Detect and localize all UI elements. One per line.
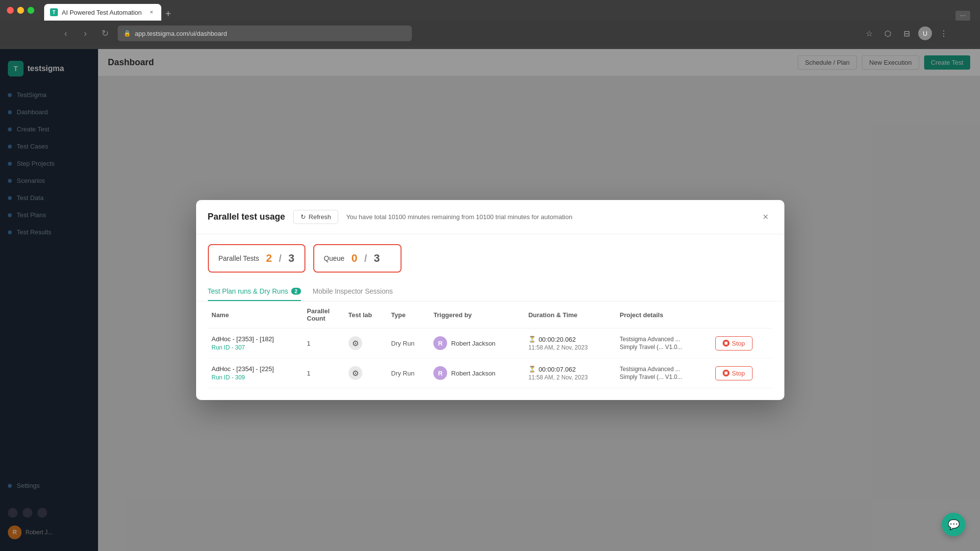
forward-button[interactable]: ›: [78, 26, 92, 40]
modal-close-button[interactable]: ×: [759, 210, 773, 224]
tab-close-button[interactable]: ×: [148, 8, 155, 16]
window-controls: ⋯: [955, 11, 970, 21]
minimize-traffic-light[interactable]: [17, 7, 24, 14]
duration-time-1: 11:58 AM, 2 Nov, 2023: [528, 344, 612, 351]
tab-favicon: T: [50, 8, 58, 16]
col-test-lab: Test lab: [345, 301, 387, 328]
tab-label: Test Plan runs & Dry Runs: [208, 287, 288, 295]
refresh-label: Refresh: [309, 213, 331, 221]
type-badge-1: Dry Run: [391, 340, 415, 347]
stop-button-1[interactable]: Stop: [715, 336, 753, 351]
col-type: Type: [387, 301, 430, 328]
run-name-1: AdHoc - [2353] - [182]: [212, 335, 300, 343]
back-button[interactable]: ‹: [59, 26, 73, 40]
split-view-button[interactable]: ⊟: [900, 26, 913, 40]
stop-label-1: Stop: [732, 340, 745, 347]
new-tab-button[interactable]: +: [161, 7, 175, 21]
more-options-button[interactable]: ⋮: [937, 26, 951, 40]
hourglass-icon-2: ⏳: [528, 366, 536, 373]
col-parallel-count: ParallelCount: [303, 301, 345, 328]
stop-icon-1: [723, 340, 729, 347]
parallel-tests-separator: /: [279, 253, 282, 264]
testlab-gear-icon-1: ⚙: [349, 336, 362, 350]
cell-type-1: Dry Run: [387, 328, 430, 358]
user-avatar-2: R: [433, 366, 447, 380]
reload-button[interactable]: ↻: [98, 26, 112, 40]
profile-button[interactable]: U: [918, 26, 932, 40]
parallel-tests-label: Parallel Tests: [219, 254, 259, 262]
tab-badge: 2: [291, 288, 301, 295]
cell-triggered-1: R Robert Jackson: [429, 328, 524, 358]
stat-cards: Parallel Tests 2 / 3 Queue 0 / 3: [196, 234, 784, 282]
run-id-1: Run ID - 307: [212, 344, 300, 351]
tab-label: Mobile Inspector Sessions: [313, 287, 393, 295]
queue-total: 3: [374, 252, 379, 265]
testlab-gear-icon-2: ⚙: [349, 366, 362, 380]
tab-title: AI Powered Test Automation: [62, 9, 142, 16]
queue-label: Queue: [324, 254, 345, 262]
cell-testlab-1: ⚙: [345, 328, 387, 358]
cell-testlab-2: ⚙: [345, 358, 387, 388]
queue-card: Queue 0 / 3: [313, 244, 402, 273]
user-name-1: Robert Jackson: [451, 340, 495, 347]
queue-current: 0: [352, 252, 357, 265]
duration-value-1: 00:00:20.062: [539, 336, 576, 343]
duration-time-2: 11:58 AM, 2 Nov, 2023: [528, 374, 612, 381]
stop-label-2: Stop: [732, 370, 745, 377]
cell-stop-1: Stop: [711, 328, 773, 358]
cell-triggered-2: R Robert Jackson: [429, 358, 524, 388]
cell-duration-1: ⏳ 00:00:20.062 11:58 AM, 2 Nov, 2023: [525, 328, 616, 358]
modal-title: Parallel test usage: [208, 212, 285, 222]
runs-table: Name ParallelCount Test lab Type Trigger…: [208, 301, 773, 388]
modal-tabs: Test Plan runs & Dry Runs 2 Mobile Inspe…: [196, 282, 784, 301]
project-line2-2: Simply Travel (... V1.0...: [620, 374, 707, 380]
refresh-button[interactable]: ↻ Refresh: [293, 210, 339, 224]
cell-project-1: Testsigma Advanced ... Simply Travel (..…: [616, 328, 711, 358]
modal-header: Parallel test usage ↻ Refresh You have t…: [196, 200, 784, 234]
extensions-button[interactable]: ⬡: [881, 26, 895, 40]
modal-overlay: Parallel test usage ↻ Refresh You have t…: [0, 49, 980, 551]
modal-table-wrapper: Name ParallelCount Test lab Type Trigger…: [196, 301, 784, 400]
address-bar[interactable]: 🔒 app.testsigma.com/ui/dashboard: [118, 25, 412, 41]
col-name: Name: [208, 301, 303, 328]
refresh-icon: ↻: [301, 213, 306, 221]
col-duration: Duration & Time: [525, 301, 616, 328]
close-traffic-light[interactable]: [7, 7, 14, 14]
parallel-tests-current: 2: [266, 252, 272, 265]
project-line1-1: Testsigma Advanced ...: [620, 336, 707, 343]
cell-type-2: Dry Run: [387, 358, 430, 388]
chat-widget-button[interactable]: 💬: [942, 513, 965, 536]
modal-info-text: You have total 10100 minutes remaining f…: [346, 213, 751, 221]
run-id-2: Run ID - 309: [212, 374, 300, 381]
col-project-details: Project details: [616, 301, 711, 328]
cell-name-1: AdHoc - [2353] - [182] Run ID - 307: [208, 328, 303, 358]
project-line2-1: Simply Travel (... V1.0...: [620, 344, 707, 351]
parallel-test-usage-modal: Parallel test usage ↻ Refresh You have t…: [196, 200, 784, 400]
parallel-tests-total: 3: [288, 252, 294, 265]
type-badge-2: Dry Run: [391, 370, 415, 377]
cell-stop-2: Stop: [711, 358, 773, 388]
cell-parallel-2: 1: [303, 358, 345, 388]
parallel-tests-card: Parallel Tests 2 / 3: [208, 244, 305, 273]
tab-test-plan-runs[interactable]: Test Plan runs & Dry Runs 2: [208, 282, 301, 301]
hourglass-icon-1: ⏳: [528, 336, 536, 343]
user-avatar-1: R: [433, 336, 447, 350]
cell-parallel-1: 1: [303, 328, 345, 358]
url-text: app.testsigma.com/ui/dashboard: [135, 30, 227, 37]
browser-tab[interactable]: T AI Powered Test Automation ×: [44, 4, 161, 21]
table-row: AdHoc - [2353] - [182] Run ID - 307 1 ⚙ …: [208, 328, 773, 358]
col-triggered-by: Triggered by: [429, 301, 524, 328]
cell-project-2: Testsigma Advanced ... Simply Travel (..…: [616, 358, 711, 388]
stop-icon-2: [723, 370, 729, 376]
stop-button-2[interactable]: Stop: [715, 366, 753, 380]
queue-separator: /: [364, 253, 367, 264]
project-line1-2: Testsigma Advanced ...: [620, 366, 707, 373]
bookmark-button[interactable]: ☆: [862, 26, 876, 40]
tab-mobile-inspector[interactable]: Mobile Inspector Sessions: [313, 282, 393, 301]
duration-value-2: 00:00:07.062: [539, 366, 576, 373]
table-row: AdHoc - [2354] - [225] Run ID - 309 1 ⚙ …: [208, 358, 773, 388]
maximize-traffic-light[interactable]: [27, 7, 34, 14]
user-name-2: Robert Jackson: [451, 370, 495, 377]
cell-duration-2: ⏳ 00:00:07.062 11:58 AM, 2 Nov, 2023: [525, 358, 616, 388]
cell-name-2: AdHoc - [2354] - [225] Run ID - 309: [208, 358, 303, 388]
